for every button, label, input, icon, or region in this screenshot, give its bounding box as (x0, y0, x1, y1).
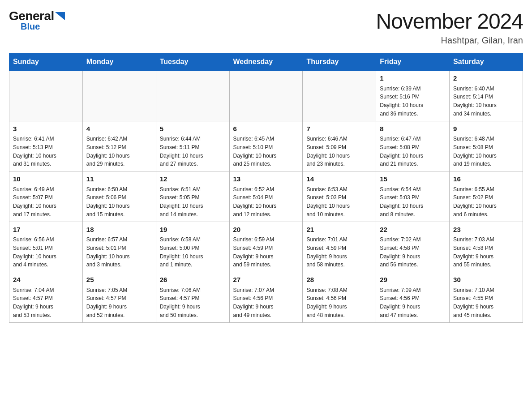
day-info: Sunrise: 6:58 AM Sunset: 5:00 PM Dayligh… (160, 236, 203, 268)
page-header: General Blue November 2024 Hashtpar, Gil… (9, 9, 523, 46)
day-info: Sunrise: 6:55 AM Sunset: 5:02 PM Dayligh… (453, 186, 497, 218)
day-info: Sunrise: 6:51 AM Sunset: 5:05 PM Dayligh… (160, 186, 203, 218)
logo-blue-text: Blue (21, 21, 40, 32)
calendar-header-row: SundayMondayTuesdayWednesdayThursdayFrid… (9, 53, 523, 71)
day-number: 21 (306, 225, 372, 235)
day-number: 20 (233, 225, 299, 235)
day-info: Sunrise: 6:52 AM Sunset: 5:04 PM Dayligh… (233, 186, 277, 218)
day-info: Sunrise: 6:41 AM Sunset: 5:13 PM Dayligh… (13, 136, 56, 167)
day-number: 9 (453, 124, 519, 134)
day-number: 7 (306, 124, 372, 134)
day-info: Sunrise: 7:10 AM Sunset: 4:55 PM Dayligh… (453, 287, 494, 318)
day-number: 19 (160, 225, 226, 235)
day-number: 15 (380, 174, 446, 184)
calendar-week-row: 17Sunrise: 6:56 AM Sunset: 5:01 PM Dayli… (9, 222, 523, 272)
calendar-day-cell: 17Sunrise: 6:56 AM Sunset: 5:01 PM Dayli… (9, 222, 83, 272)
day-number: 28 (306, 275, 372, 285)
day-of-week-header: Saturday (450, 53, 523, 71)
calendar-day-cell: 13Sunrise: 6:52 AM Sunset: 5:04 PM Dayli… (229, 171, 303, 222)
day-info: Sunrise: 6:45 AM Sunset: 5:10 PM Dayligh… (233, 136, 277, 167)
day-info: Sunrise: 6:40 AM Sunset: 5:14 PM Dayligh… (453, 86, 497, 117)
day-info: Sunrise: 6:57 AM Sunset: 5:01 PM Dayligh… (86, 236, 130, 268)
day-info: Sunrise: 7:04 AM Sunset: 4:57 PM Dayligh… (13, 287, 54, 318)
calendar-day-cell: 12Sunrise: 6:51 AM Sunset: 5:05 PM Dayli… (156, 171, 229, 222)
day-info: Sunrise: 7:07 AM Sunset: 4:56 PM Dayligh… (233, 287, 274, 318)
calendar-day-cell: 16Sunrise: 6:55 AM Sunset: 5:02 PM Dayli… (450, 171, 523, 222)
day-number: 25 (86, 275, 152, 285)
day-info: Sunrise: 7:02 AM Sunset: 4:58 PM Dayligh… (380, 236, 420, 268)
calendar-day-cell (9, 71, 83, 121)
calendar-day-cell: 23Sunrise: 7:03 AM Sunset: 4:58 PM Dayli… (450, 222, 523, 272)
calendar-day-cell: 28Sunrise: 7:08 AM Sunset: 4:56 PM Dayli… (303, 272, 376, 323)
day-number: 16 (453, 174, 519, 184)
day-number: 23 (453, 225, 519, 235)
calendar-day-cell: 26Sunrise: 7:06 AM Sunset: 4:57 PM Dayli… (156, 272, 229, 323)
title-block: November 2024 Hashtpar, Gilan, Iran (376, 9, 523, 46)
calendar-day-cell (229, 71, 303, 121)
day-number: 12 (160, 174, 226, 184)
day-info: Sunrise: 6:50 AM Sunset: 5:06 PM Dayligh… (86, 186, 130, 218)
day-number: 4 (86, 124, 152, 134)
calendar-day-cell: 24Sunrise: 7:04 AM Sunset: 4:57 PM Dayli… (9, 272, 83, 323)
day-number: 1 (380, 73, 446, 84)
calendar-week-row: 10Sunrise: 6:49 AM Sunset: 5:07 PM Dayli… (9, 171, 523, 222)
calendar-day-cell: 5Sunrise: 6:44 AM Sunset: 5:11 PM Daylig… (156, 121, 229, 171)
calendar-day-cell: 14Sunrise: 6:53 AM Sunset: 5:03 PM Dayli… (303, 171, 376, 222)
day-info: Sunrise: 6:39 AM Sunset: 5:16 PM Dayligh… (380, 86, 423, 117)
calendar-day-cell (82, 71, 156, 121)
calendar-day-cell: 7Sunrise: 6:46 AM Sunset: 5:09 PM Daylig… (303, 121, 376, 171)
day-info: Sunrise: 6:49 AM Sunset: 5:07 PM Dayligh… (13, 186, 56, 218)
day-info: Sunrise: 7:09 AM Sunset: 4:56 PM Dayligh… (380, 287, 420, 318)
calendar-day-cell: 11Sunrise: 6:50 AM Sunset: 5:06 PM Dayli… (82, 171, 156, 222)
day-number: 5 (160, 124, 226, 134)
day-info: Sunrise: 7:03 AM Sunset: 4:58 PM Dayligh… (453, 236, 494, 268)
calendar-day-cell: 2Sunrise: 6:40 AM Sunset: 5:14 PM Daylig… (450, 71, 523, 121)
day-number: 2 (453, 73, 519, 84)
day-info: Sunrise: 6:47 AM Sunset: 5:08 PM Dayligh… (380, 136, 423, 167)
svg-marker-0 (55, 12, 65, 20)
calendar-week-row: 24Sunrise: 7:04 AM Sunset: 4:57 PM Dayli… (9, 272, 523, 323)
day-number: 27 (233, 275, 299, 285)
day-number: 24 (13, 275, 79, 285)
calendar-day-cell: 1Sunrise: 6:39 AM Sunset: 5:16 PM Daylig… (376, 71, 450, 121)
day-info: Sunrise: 6:44 AM Sunset: 5:11 PM Dayligh… (160, 136, 203, 167)
day-number: 3 (13, 124, 79, 134)
day-info: Sunrise: 7:05 AM Sunset: 4:57 PM Dayligh… (86, 287, 127, 318)
calendar-day-cell (156, 71, 229, 121)
calendar-day-cell: 4Sunrise: 6:42 AM Sunset: 5:12 PM Daylig… (82, 121, 156, 171)
day-of-week-header: Thursday (303, 53, 376, 71)
calendar-day-cell: 25Sunrise: 7:05 AM Sunset: 4:57 PM Dayli… (82, 272, 156, 323)
day-number: 17 (13, 225, 79, 235)
day-of-week-header: Tuesday (156, 53, 229, 71)
day-number: 22 (380, 225, 446, 235)
calendar-week-row: 1Sunrise: 6:39 AM Sunset: 5:16 PM Daylig… (9, 71, 523, 121)
day-info: Sunrise: 7:06 AM Sunset: 4:57 PM Dayligh… (160, 287, 201, 318)
day-info: Sunrise: 6:56 AM Sunset: 5:01 PM Dayligh… (13, 236, 56, 268)
calendar-table: SundayMondayTuesdayWednesdayThursdayFrid… (9, 53, 523, 323)
logo-triangle-icon (55, 12, 65, 20)
calendar-day-cell: 19Sunrise: 6:58 AM Sunset: 5:00 PM Dayli… (156, 222, 229, 272)
day-number: 11 (86, 174, 152, 184)
calendar-day-cell: 27Sunrise: 7:07 AM Sunset: 4:56 PM Dayli… (229, 272, 303, 323)
calendar-day-cell: 21Sunrise: 7:01 AM Sunset: 4:59 PM Dayli… (303, 222, 376, 272)
day-info: Sunrise: 6:46 AM Sunset: 5:09 PM Dayligh… (306, 136, 350, 167)
day-of-week-header: Friday (376, 53, 450, 71)
day-number: 14 (306, 174, 372, 184)
month-title: November 2024 (376, 9, 523, 34)
day-number: 18 (86, 225, 152, 235)
day-info: Sunrise: 7:08 AM Sunset: 4:56 PM Dayligh… (306, 287, 347, 318)
day-info: Sunrise: 6:54 AM Sunset: 5:03 PM Dayligh… (380, 186, 423, 218)
day-number: 6 (233, 124, 299, 134)
logo: General Blue (9, 9, 65, 32)
calendar-day-cell: 15Sunrise: 6:54 AM Sunset: 5:03 PM Dayli… (376, 171, 450, 222)
calendar-day-cell: 6Sunrise: 6:45 AM Sunset: 5:10 PM Daylig… (229, 121, 303, 171)
day-info: Sunrise: 6:48 AM Sunset: 5:08 PM Dayligh… (453, 136, 497, 167)
calendar-day-cell: 29Sunrise: 7:09 AM Sunset: 4:56 PM Dayli… (376, 272, 450, 323)
calendar-day-cell: 10Sunrise: 6:49 AM Sunset: 5:07 PM Dayli… (9, 171, 83, 222)
day-number: 26 (160, 275, 226, 285)
day-number: 10 (13, 174, 79, 184)
calendar-day-cell (303, 71, 376, 121)
day-info: Sunrise: 6:42 AM Sunset: 5:12 PM Dayligh… (86, 136, 130, 167)
calendar-day-cell: 9Sunrise: 6:48 AM Sunset: 5:08 PM Daylig… (450, 121, 523, 171)
calendar-day-cell: 8Sunrise: 6:47 AM Sunset: 5:08 PM Daylig… (376, 121, 450, 171)
